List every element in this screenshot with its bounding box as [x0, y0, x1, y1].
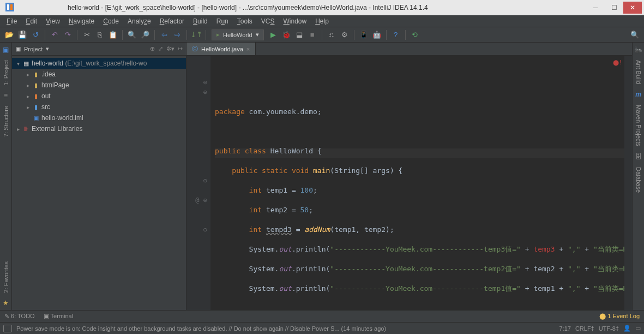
help-icon[interactable]: ?	[390, 29, 402, 41]
tab-ant[interactable]: Ant Build	[635, 57, 642, 87]
paste-icon[interactable]: 📋	[107, 29, 119, 41]
copy-icon[interactable]: ⎘	[94, 29, 106, 41]
tab-project[interactable]: 1: Project	[3, 57, 9, 88]
maximize-button[interactable]: ☐	[605, 2, 623, 14]
run-icon[interactable]: ▶	[267, 29, 279, 41]
tab-maven[interactable]: Maven Projects	[635, 102, 642, 150]
tree-row[interactable]: ▣ hello-world.iml	[12, 112, 186, 123]
expand-arrow-icon[interactable]: ▸	[14, 126, 22, 132]
open-icon[interactable]: 📂	[3, 29, 15, 41]
undo-icon[interactable]: ↶	[49, 29, 61, 41]
expand-arrow-icon[interactable]: ▸	[24, 93, 32, 99]
find-icon[interactable]: 🔍	[126, 29, 138, 41]
save-icon[interactable]: 💾	[16, 29, 28, 41]
settings-icon[interactable]: ⚙	[339, 29, 351, 41]
menu-build[interactable]: Build	[190, 16, 211, 26]
code-editor[interactable]: ⊖⊖ ⊖ @ ⊖ ⊖ ⬤! package com.youmeek.demo; …	[186, 56, 632, 310]
menu-help[interactable]: Help	[312, 16, 332, 26]
jrebel-icon[interactable]: ⟲	[409, 29, 421, 41]
tree-external-libs[interactable]: ▸ ⊪ External Libraries	[12, 123, 186, 134]
make-icon[interactable]: ⤓⤒	[190, 29, 202, 41]
expand-arrow-icon[interactable]: ▾	[14, 61, 22, 67]
structure-strip-icon[interactable]: ≡	[4, 91, 8, 100]
menu-file[interactable]: File	[3, 16, 20, 26]
line-separator[interactable]: CRLF‡	[575, 325, 594, 332]
app-icon	[5, 3, 15, 13]
minimize-button[interactable]: ─	[586, 2, 605, 14]
code-text[interactable]: ⬤! package com.youmeek.demo; public clas…	[210, 56, 624, 310]
tree-row[interactable]: ▸ ▮ out	[12, 91, 186, 102]
error-stripe[interactable]	[624, 56, 632, 310]
menu-analyze[interactable]: Analyze	[124, 16, 154, 26]
editor-tab-label: HelloWorld.java	[201, 46, 243, 52]
menu-window[interactable]: Window	[280, 16, 310, 26]
android-icon[interactable]: 🤖	[371, 29, 383, 41]
file-encoding[interactable]: UTF-8‡	[599, 325, 619, 332]
favorites-star-icon[interactable]: ★	[3, 298, 9, 308]
menu-view[interactable]: View	[43, 16, 63, 26]
tab-terminal[interactable]: ▣ Terminal	[44, 313, 73, 320]
expand-arrow-icon[interactable]: ▸	[24, 82, 32, 88]
error-marker-icon[interactable]: ⬤!	[613, 58, 622, 68]
menu-refactor[interactable]: Refactor	[157, 16, 188, 26]
menu-code[interactable]: Code	[100, 16, 122, 26]
maven-icon[interactable]: m	[635, 90, 641, 99]
expand-arrow-icon[interactable]: ▸	[24, 104, 32, 110]
ant-icon[interactable]: 🐜	[634, 45, 642, 55]
replace-icon[interactable]: 🔎	[139, 29, 151, 41]
forward-icon[interactable]: ⇨	[171, 29, 183, 41]
editor-tabs: Ⓒ HelloWorld.java ×	[186, 43, 632, 56]
collapse-icon[interactable]: ⤢	[158, 45, 163, 52]
tab-todo[interactable]: ✎ 6: TODO	[4, 313, 35, 320]
cut-icon[interactable]: ✂	[81, 29, 93, 41]
window-title: hello-world - [E:\git_work_space\hello-w…	[19, 4, 586, 11]
separator	[154, 30, 155, 40]
database-icon[interactable]: 🗄	[635, 152, 642, 162]
menu-navigate[interactable]: Navigate	[65, 16, 98, 26]
tree-row[interactable]: ▸ ▮ src	[12, 102, 186, 112]
lock-icon[interactable]	[3, 325, 12, 332]
tree-row[interactable]: ▸ ▮ .idea	[12, 69, 186, 80]
tab-favorites[interactable]: 2: Favorites	[3, 258, 9, 296]
gutter[interactable]: ⊖⊖ ⊖ @ ⊖ ⊖	[186, 56, 210, 310]
event-log[interactable]: ⬤ 1 Event Log	[599, 313, 640, 320]
menu-run[interactable]: Run	[213, 16, 232, 26]
coverage-icon[interactable]: ⬓	[293, 29, 305, 41]
svg-rect-1	[7, 4, 9, 10]
status-message[interactable]: Power save mode is on: Code insight and …	[16, 325, 555, 332]
memory-indicator[interactable]: ▭	[635, 325, 641, 332]
run-config-selector[interactable]: ▸ HelloWorld ▾	[212, 29, 264, 40]
scroll-to-source-icon[interactable]: ⊕	[150, 45, 155, 52]
close-tab-icon[interactable]: ×	[246, 46, 250, 52]
redo-icon[interactable]: ↷	[62, 29, 74, 41]
vcs-icon[interactable]: ⎌	[326, 29, 338, 41]
project-tree[interactable]: ▾ ▦ hello-world (E:\git_work_space\hello…	[12, 56, 186, 310]
sdk-icon[interactable]: 📱	[358, 29, 370, 41]
debug-icon[interactable]: 🐞	[280, 29, 292, 41]
hide-icon[interactable]: ↦	[178, 45, 183, 52]
stop-icon[interactable]: ■	[306, 29, 318, 41]
close-button[interactable]: ✕	[623, 2, 642, 14]
tree-row[interactable]: ▸ ▮ htmlPage	[12, 80, 186, 91]
sync-icon[interactable]: ↺	[29, 29, 41, 41]
search-everywhere-icon[interactable]: 🔍	[629, 29, 641, 41]
expand-arrow-icon[interactable]: ▸	[24, 71, 32, 77]
project-panel-title[interactable]: Project	[24, 46, 43, 52]
project-panel-header: ▣ Project ▾ ⊕ ⤢ ✲▾ ↦	[12, 43, 186, 56]
chevron-down-icon[interactable]: ▾	[46, 45, 49, 52]
run-config-icon: ▸	[216, 31, 220, 38]
tab-database[interactable]: Database	[635, 164, 642, 196]
menu-vcs[interactable]: VCS	[258, 16, 278, 26]
back-icon[interactable]: ⇦	[158, 29, 170, 41]
inspection-icon[interactable]: 👤	[623, 325, 631, 332]
menu-tools[interactable]: Tools	[234, 16, 256, 26]
project-strip-icon[interactable]: ▣	[3, 45, 9, 55]
tab-structure[interactable]: 7: Structure	[3, 103, 9, 140]
gear-icon[interactable]: ✲▾	[166, 45, 174, 52]
tree-root[interactable]: ▾ ▦ hello-world (E:\git_work_space\hello…	[12, 58, 186, 69]
menu-edit[interactable]: Edit	[22, 16, 40, 26]
caret-position[interactable]: 7:17	[559, 325, 570, 332]
main-toolbar: 📂 💾 ↺ ↶ ↷ ✂ ⎘ 📋 🔍 🔎 ⇦ ⇨ ⤓⤒ ▸ HelloWorld …	[0, 27, 644, 43]
project-view-icon[interactable]: ▣	[15, 45, 21, 52]
editor-tab[interactable]: Ⓒ HelloWorld.java ×	[186, 43, 256, 55]
